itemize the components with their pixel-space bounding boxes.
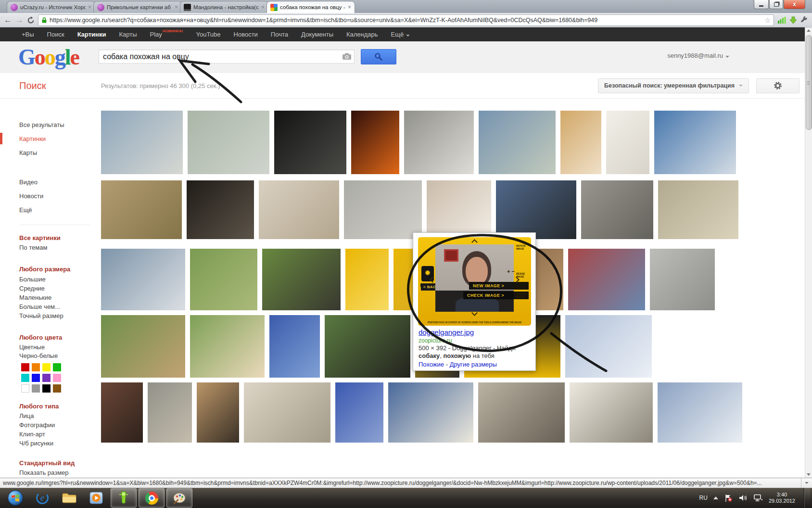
taskbar-qip[interactable] bbox=[111, 488, 137, 508]
image-result[interactable] bbox=[262, 249, 341, 310]
search-button[interactable] bbox=[361, 49, 396, 64]
bookmark-star-icon[interactable]: ☆ bbox=[764, 16, 771, 24]
gnav-play[interactable]: PlayНОВИНКА! bbox=[150, 31, 183, 38]
gnav-search[interactable]: Поиск bbox=[47, 31, 64, 38]
filter-line-drawings[interactable]: Ч/б рисунки bbox=[0, 439, 101, 447]
taskbar-chrome[interactable] bbox=[139, 488, 165, 508]
minimize-button[interactable] bbox=[754, 0, 769, 9]
color-swatch[interactable] bbox=[53, 384, 61, 393]
gnav-mail[interactable]: Почта bbox=[271, 31, 288, 38]
gnav-youtube[interactable]: YouTube bbox=[196, 31, 220, 38]
image-result[interactable] bbox=[188, 111, 269, 174]
google-logo[interactable]: Google bbox=[18, 44, 79, 70]
filter-any-type[interactable]: Любого типа bbox=[0, 402, 101, 410]
gnav-news[interactable]: Новости bbox=[234, 31, 258, 38]
image-result[interactable] bbox=[479, 111, 556, 174]
settings-button[interactable] bbox=[756, 78, 799, 93]
show-desktop-button[interactable] bbox=[804, 488, 810, 508]
image-result[interactable] bbox=[101, 315, 185, 378]
wrench-menu-icon[interactable] bbox=[800, 16, 808, 24]
image-result[interactable] bbox=[344, 180, 422, 239]
image-result[interactable] bbox=[244, 382, 330, 443]
color-swatch[interactable] bbox=[53, 363, 61, 371]
taskbar-explorer[interactable] bbox=[57, 489, 82, 507]
network-icon[interactable] bbox=[753, 494, 763, 502]
browser-tab[interactable]: собака похожая на овцу -× bbox=[266, 1, 355, 13]
color-swatch[interactable] bbox=[21, 363, 29, 371]
filter-exact-size[interactable]: Точный размер bbox=[0, 312, 101, 320]
account-menu[interactable]: senny1988@mail.ru bbox=[667, 52, 729, 59]
filter-any-color[interactable]: Любого цвета bbox=[0, 333, 101, 342]
view-show-sizes[interactable]: Показать размер bbox=[0, 469, 101, 477]
color-swatch[interactable] bbox=[32, 384, 40, 393]
sidebar-item-more[interactable]: Ещё bbox=[0, 206, 101, 214]
vertical-scrollbar[interactable] bbox=[805, 27, 812, 478]
color-swatch[interactable] bbox=[42, 384, 51, 393]
image-result[interactable] bbox=[581, 180, 653, 239]
scroll-down-arrow[interactable] bbox=[807, 473, 811, 476]
image-result[interactable] bbox=[570, 382, 653, 443]
gnav-plus-you[interactable]: +Вы bbox=[22, 31, 34, 38]
color-swatch[interactable] bbox=[42, 363, 51, 371]
forward-icon[interactable]: → bbox=[15, 16, 24, 24]
image-result[interactable] bbox=[658, 180, 738, 239]
filter-small[interactable]: Маленькие bbox=[0, 293, 101, 302]
action-center-flag-icon[interactable] bbox=[724, 494, 733, 502]
taskbar-media-player[interactable] bbox=[84, 489, 109, 507]
image-result[interactable] bbox=[560, 111, 601, 174]
status-expand-button[interactable] bbox=[801, 478, 812, 488]
scrollbar-thumb[interactable] bbox=[806, 35, 812, 130]
result-filename-link[interactable]: doggelganger.jpg bbox=[419, 328, 474, 336]
tab-close-icon[interactable]: × bbox=[175, 5, 178, 10]
gnav-docs[interactable]: Документы bbox=[301, 31, 333, 38]
address-bar[interactable]: https://www.google.ru/search?q=собака+по… bbox=[38, 14, 774, 26]
gnav-calendar[interactable]: Календарь bbox=[346, 31, 378, 38]
filter-all-images[interactable]: Все картинки bbox=[0, 234, 101, 242]
restore-button[interactable] bbox=[769, 0, 783, 9]
extension-bars-icon[interactable] bbox=[777, 16, 786, 24]
other-sizes-link[interactable]: Другие размеры bbox=[450, 361, 497, 368]
image-result[interactable] bbox=[654, 111, 736, 174]
taskbar-ie[interactable]: e bbox=[30, 489, 55, 507]
close-button[interactable]: x bbox=[784, 0, 805, 9]
image-result[interactable] bbox=[197, 382, 239, 443]
image-result[interactable] bbox=[606, 111, 649, 174]
view-standard[interactable]: Стандартный вид bbox=[0, 459, 101, 467]
search-box[interactable] bbox=[99, 50, 355, 64]
filter-any-size[interactable]: Любого размера bbox=[0, 265, 101, 273]
image-result[interactable] bbox=[101, 180, 182, 239]
image-result[interactable] bbox=[269, 315, 320, 378]
filter-color[interactable]: Цветные bbox=[0, 343, 101, 351]
taskbar-clock[interactable]: 3:40 29.03.2012 bbox=[769, 492, 795, 504]
sidebar-item-video[interactable]: Видео bbox=[0, 178, 101, 186]
browser-tab[interactable]: uCrazy.ru - Источник Хоро× bbox=[7, 1, 95, 13]
gnav-images[interactable]: Картинки bbox=[77, 31, 106, 38]
safesearch-dropdown[interactable]: Безопасный поиск: умеренная фильтрация bbox=[598, 78, 749, 93]
back-icon[interactable]: ← bbox=[4, 16, 12, 24]
sidebar-item-news[interactable]: Новости bbox=[0, 192, 101, 200]
browser-tab[interactable]: Прикольные картинки аб× bbox=[93, 1, 182, 13]
filter-photos[interactable]: Фотографии bbox=[0, 421, 101, 429]
download-extension-icon[interactable] bbox=[789, 16, 797, 24]
image-result[interactable] bbox=[325, 315, 410, 378]
hidden-icons-arrow[interactable] bbox=[713, 496, 718, 499]
color-swatch[interactable] bbox=[53, 374, 61, 382]
image-result[interactable] bbox=[101, 111, 183, 174]
image-result[interactable] bbox=[187, 180, 254, 239]
filter-faces[interactable]: Лица bbox=[0, 412, 101, 420]
refresh-icon[interactable] bbox=[27, 16, 35, 24]
image-result[interactable] bbox=[427, 180, 491, 239]
browser-tab[interactable]: Мандолина - настройка(с× bbox=[180, 1, 268, 13]
color-swatch[interactable] bbox=[32, 374, 40, 382]
image-result[interactable] bbox=[190, 249, 257, 310]
image-result[interactable] bbox=[274, 111, 346, 174]
start-button[interactable] bbox=[3, 489, 28, 507]
image-result[interactable] bbox=[259, 180, 339, 239]
search-by-image-camera-icon[interactable] bbox=[342, 52, 352, 60]
image-result[interactable] bbox=[345, 249, 389, 310]
filter-large[interactable]: Большие bbox=[0, 275, 101, 283]
image-result[interactable] bbox=[658, 382, 742, 443]
filter-clipart[interactable]: Клип-арт bbox=[0, 430, 101, 438]
tab-close-icon[interactable]: × bbox=[88, 5, 91, 10]
gnav-more[interactable]: Ещё bbox=[391, 31, 410, 38]
